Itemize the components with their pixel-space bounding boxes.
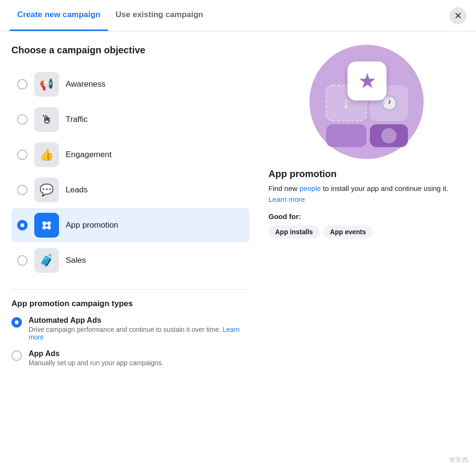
promo-desc-before: Find new [268,184,299,192]
icon-sales: 🧳 [34,248,59,273]
right-panel: ↓ 🕐 [261,45,465,458]
campaign-types-title: App promotion campaign types [11,299,249,309]
objective-item-app-promotion[interactable]: App promotion [11,208,249,242]
radio-engagement[interactable] [17,150,28,160]
objective-label-engagement: Engagement [66,150,111,160]
objective-list: 📢 Awareness 🖱 Traffic 👍 Engagement [11,67,249,278]
section-title: Choose a campaign objective [11,45,249,56]
watermark: 智东西 [449,456,469,464]
radio-awareness[interactable] [17,79,28,90]
promo-desc-after: to install your app and continue using i… [321,184,448,192]
automated-app-ads-desc: Drive campaign performance and continue … [29,326,249,341]
app-promotion-illustration: ↓ 🕐 [309,45,424,159]
promo-description: Find new people to install your app and … [268,183,465,205]
promo-learn-more-link[interactable]: Learn more [268,195,305,203]
svg-text:↓: ↓ [342,94,350,111]
objective-item-leads[interactable]: 💬 Leads [11,173,249,207]
campaign-modal: Create new campaign Use existing campaig… [0,0,476,469]
svg-point-16 [381,128,397,143]
campaign-type-app-ads[interactable]: App Ads Manually set up and run your app… [11,349,249,367]
objective-label-app-promotion: App promotion [66,220,119,230]
promo-people-link[interactable]: people [299,184,321,192]
left-panel: Choose a campaign objective 📢 Awareness … [11,45,249,458]
automated-app-ads-label: Automated App Ads [29,316,249,325]
campaign-type-automated[interactable]: Automated App Ads Drive campaign perform… [11,316,249,341]
automated-app-ads-text: Automated App Ads Drive campaign perform… [29,316,249,341]
app-ads-label: App Ads [29,349,163,358]
objective-label-sales: Sales [66,256,86,265]
tab-bar: Create new campaign Use existing campaig… [0,0,476,31]
radio-app-ads[interactable] [11,350,22,361]
promo-title: App promotion [268,169,465,180]
tag-app-events: App events [323,225,372,239]
objective-item-engagement[interactable]: 👍 Engagement [11,138,249,172]
radio-automated-app-ads[interactable] [11,317,22,328]
radio-traffic[interactable] [17,114,28,125]
objective-label-leads: Leads [66,185,88,195]
icon-leads: 💬 [34,178,59,202]
objective-item-sales[interactable]: 🧳 Sales [11,243,249,278]
app-ads-text: App Ads Manually set up and run your app… [29,349,163,367]
objective-label-awareness: Awareness [66,80,106,89]
icon-engagement: 👍 [34,142,59,167]
modal-content: Choose a campaign objective 📢 Awareness … [0,31,476,469]
app-ads-desc: Manually set up and run your app campaig… [29,359,163,367]
tab-use-existing[interactable]: Use existing campaign [108,0,211,31]
illustration-wrap: ↓ 🕐 [268,45,465,159]
illustration-svg: ↓ 🕐 [312,47,421,157]
divider [11,289,249,289]
icon-awareness: 📢 [34,72,59,97]
objective-label-traffic: Traffic [66,115,88,124]
icon-traffic: 🖱 [34,107,59,132]
tab-create-campaign[interactable]: Create new campaign [10,0,108,31]
radio-app-promotion[interactable] [17,220,28,230]
tag-app-installs: App installs [268,225,319,239]
objective-item-awareness[interactable]: 📢 Awareness [11,67,249,101]
radio-leads[interactable] [17,185,28,195]
close-button[interactable]: ✕ [449,7,466,24]
good-for-title: Good for: [268,212,465,220]
svg-rect-14 [326,124,367,147]
objective-item-traffic[interactable]: 🖱 Traffic [11,102,249,137]
radio-sales[interactable] [17,255,28,266]
tag-list: App installs App events [268,225,465,239]
svg-text:★: ★ [358,69,377,92]
icon-app-promotion [34,213,59,238]
